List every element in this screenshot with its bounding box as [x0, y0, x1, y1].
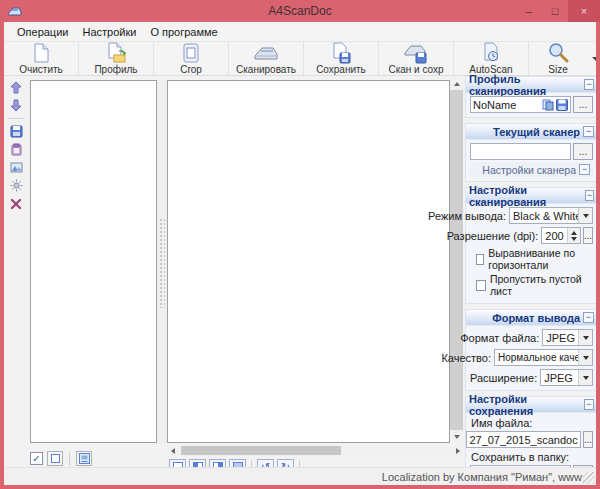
- filename-browse-button[interactable]: ...: [583, 431, 593, 448]
- status-bar: Localization by Компания "Риман", www: [4, 467, 596, 485]
- output-format-header[interactable]: Формат вывода −: [466, 310, 596, 326]
- grid-view-icon: [79, 453, 90, 464]
- scan-and-save-button[interactable]: Скан и сохр: [379, 42, 453, 75]
- spinner-arrows-icon[interactable]: [567, 228, 580, 243]
- delete-page-button[interactable]: [7, 196, 25, 211]
- profile-name-field[interactable]: NoName: [470, 96, 571, 113]
- filename-value: 27_07_2015_scandoc: [469, 434, 577, 446]
- menu-settings[interactable]: Настройки: [75, 24, 143, 40]
- horizontal-scrollbar[interactable]: [167, 445, 463, 456]
- crop-icon: [180, 42, 202, 64]
- close-button[interactable]: ×: [568, 0, 600, 22]
- chevron-down-icon[interactable]: [578, 208, 592, 223]
- select-all-checkbox[interactable]: ✓: [30, 452, 43, 465]
- brightness-button[interactable]: [7, 178, 25, 193]
- profile-page-icon: [105, 42, 127, 64]
- menu-about[interactable]: О программе: [143, 24, 224, 40]
- horizontal-scroll-thumb[interactable]: [181, 446, 341, 455]
- move-page-up-button[interactable]: [7, 80, 25, 95]
- scroll-left-arrow[interactable]: [167, 445, 178, 456]
- dpi-label: Разрешение (dpi):: [447, 230, 539, 242]
- align-horizontal-option[interactable]: Выравнивание по горизонтали: [476, 247, 593, 271]
- scan-settings-header[interactable]: Настройки сканирования −: [466, 188, 596, 204]
- autoscan-button[interactable]: AutoScan: [454, 42, 528, 75]
- profile-name-value: NoName: [473, 99, 542, 111]
- filename-field[interactable]: 27_07_2015_scandoc: [466, 431, 580, 448]
- rail-separator: [8, 118, 24, 119]
- align-horizontal-label: Выравнивание по горизонтали: [488, 247, 593, 271]
- skip-blank-checkbox[interactable]: [476, 280, 486, 291]
- quality-label: Качество:: [441, 352, 491, 364]
- title-bar[interactable]: A4ScanDoc – □ ×: [0, 0, 600, 22]
- delete-x-icon: [10, 198, 22, 210]
- save-settings-header[interactable]: Настройки сохранения −: [466, 397, 596, 413]
- section-title: Настройки сканирования: [469, 184, 582, 208]
- vertical-scrollbar[interactable]: [450, 77, 463, 443]
- window-content: Операции Настройки О программе Очистить: [4, 22, 596, 485]
- menu-operations[interactable]: Операции: [10, 24, 75, 40]
- scanner-settings-row[interactable]: Настройки сканера −: [470, 162, 593, 177]
- scanner-name-field[interactable]: [470, 143, 571, 160]
- paste-button[interactable]: [7, 142, 25, 157]
- collapse-icon[interactable]: −: [584, 79, 594, 90]
- preview-canvas[interactable]: [167, 80, 450, 443]
- scroll-down-arrow[interactable]: [450, 430, 463, 443]
- extension-select[interactable]: JPEG: [540, 369, 593, 386]
- current-scanner-header[interactable]: Текущий сканер −: [466, 124, 596, 140]
- separator: [69, 452, 70, 466]
- output-mode-label: Режим вывода:: [428, 210, 506, 222]
- scanner-browse-button[interactable]: ...: [573, 143, 593, 160]
- move-page-down-button[interactable]: [7, 98, 25, 113]
- minimize-button[interactable]: –: [516, 0, 542, 22]
- arrow-up-icon: [10, 81, 22, 94]
- scanner-settings-label[interactable]: Настройки сканера: [482, 164, 576, 176]
- scan-button[interactable]: Сканировать: [229, 42, 303, 75]
- expand-icon[interactable]: −: [579, 164, 590, 175]
- file-format-select[interactable]: JPEG: [542, 329, 593, 346]
- maximize-button[interactable]: □: [542, 0, 568, 22]
- save-button[interactable]: Сохранить: [304, 42, 378, 75]
- collapse-icon[interactable]: −: [585, 190, 594, 201]
- chevron-down-icon[interactable]: [578, 350, 592, 365]
- size-button[interactable]: Size: [529, 42, 587, 75]
- quality-select[interactable]: Нормальное качество: [494, 349, 593, 366]
- resize-grip[interactable]: [583, 472, 595, 484]
- collapse-icon[interactable]: −: [583, 126, 594, 137]
- crop-button[interactable]: Crop: [154, 42, 228, 75]
- size-dropdown-arrow[interactable]: [587, 57, 596, 61]
- chevron-down-icon[interactable]: [578, 370, 592, 385]
- scroll-up-arrow[interactable]: [450, 77, 463, 90]
- chevron-down-icon[interactable]: [578, 330, 592, 345]
- thumbnail-view-button[interactable]: [76, 451, 92, 466]
- output-format-section: Формат вывода − Формат файла: JPEG К: [465, 309, 596, 391]
- chevron-down-icon: [592, 57, 596, 61]
- profile-browse-button[interactable]: ...: [573, 96, 593, 113]
- magnifier-icon: [546, 42, 570, 64]
- dpi-value: 200: [542, 230, 566, 242]
- save-page-button[interactable]: [7, 124, 25, 139]
- skip-blank-option[interactable]: Пропустить пустой лист: [476, 273, 593, 297]
- panel-splitter[interactable]: [157, 80, 167, 443]
- deselect-button[interactable]: [47, 451, 63, 466]
- scan-settings-section: Настройки сканирования − Режим вывода: B…: [465, 187, 596, 304]
- thumbnail-list-panel[interactable]: [30, 80, 157, 443]
- align-horizontal-checkbox[interactable]: [476, 254, 484, 265]
- triangle-left-icon: [171, 448, 175, 454]
- copy-profile-icon[interactable]: [542, 99, 554, 111]
- clipboard-icon: [10, 143, 23, 156]
- profile-button[interactable]: Профиль: [79, 42, 153, 75]
- clear-button[interactable]: Очистить: [4, 42, 78, 75]
- extension-label: Расширение:: [470, 372, 537, 384]
- scan-profile-header[interactable]: Профиль сканирования −: [466, 77, 596, 93]
- output-mode-value: Black & White: [510, 210, 578, 222]
- scroll-right-arrow[interactable]: [452, 445, 463, 456]
- skip-blank-label: Пропустить пустой лист: [490, 273, 593, 297]
- output-mode-select[interactable]: Black & White: [509, 207, 593, 224]
- save-profile-icon[interactable]: [556, 99, 568, 111]
- image-button[interactable]: [7, 160, 25, 175]
- filename-label: Имя файла:: [471, 417, 593, 429]
- dpi-browse-button[interactable]: ...: [583, 227, 593, 244]
- collapse-icon[interactable]: −: [583, 312, 594, 323]
- collapse-icon[interactable]: −: [584, 399, 594, 410]
- dpi-stepper[interactable]: 200: [541, 227, 580, 244]
